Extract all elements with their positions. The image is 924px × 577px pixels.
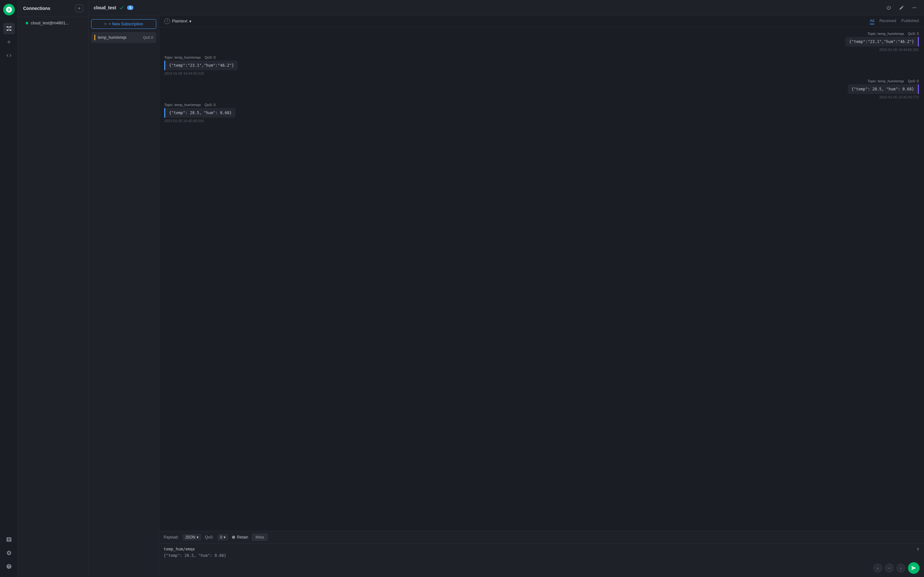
connection-item-cloud-test[interactable]: cloud_test@m4801... bbox=[21, 18, 86, 29]
publish-topic-row: temp_hum/emqx ∨ bbox=[164, 546, 919, 551]
content-area: + + New Subscription temp_hum/emqx QoS 0… bbox=[89, 15, 924, 577]
topbar-connection-name: cloud_test bbox=[94, 5, 116, 10]
message-count-badge: 4 bbox=[127, 5, 134, 10]
sidebar-header: Connections bbox=[18, 0, 88, 17]
message-bubble-3: {"temp": 28.5, "hum": 0.68} bbox=[848, 84, 919, 94]
clear-message-button[interactable]: − bbox=[885, 564, 894, 572]
publish-bar: Payload: JSON ▾ QoS: 0 ▾ Retain bbox=[159, 531, 924, 577]
msg-payload-3: {"temp": 28.5, "hum": 0.68} bbox=[851, 87, 914, 91]
message-item-published-1: Topic: temp_hum/emqx QoS: 0 {"temp":"23.… bbox=[845, 32, 919, 52]
filter-tabs: All Received Published bbox=[870, 18, 919, 24]
message-item-received-2: Topic: temp_hum/emqx QoS: 0 {"temp": 28.… bbox=[164, 103, 236, 123]
payload-format-chevron-icon: ▾ bbox=[197, 535, 199, 540]
tab-received[interactable]: Received bbox=[879, 18, 896, 24]
payload-format-selector[interactable]: JSON ▾ bbox=[183, 534, 201, 540]
next-message-button[interactable]: › bbox=[897, 564, 905, 572]
msg-qos-3: QoS: 0 bbox=[908, 79, 919, 83]
svg-rect-1 bbox=[10, 26, 11, 27]
sidebar-item-script[interactable] bbox=[3, 50, 15, 61]
subscription-topic: temp_hum/emqx bbox=[98, 35, 126, 40]
message-timestamp-2: 2023-01-05 16:44:55:529 bbox=[164, 71, 238, 75]
connection-label: cloud_test@m4801... bbox=[31, 21, 69, 25]
message-meta-2: Topic: temp_hum/emqx QoS: 0 bbox=[164, 55, 238, 59]
sidebar: Connections cloud_test@m4801... bbox=[18, 0, 89, 577]
qos-label: QoS: bbox=[205, 535, 214, 540]
retain-toggle[interactable]: Retain bbox=[232, 535, 248, 540]
meta-button[interactable]: Meta bbox=[252, 534, 268, 541]
topbar: cloud_test 4 bbox=[89, 0, 924, 15]
subscription-item-left: temp_hum/emqx bbox=[94, 35, 126, 40]
new-subscription-label: + New Subscription bbox=[108, 22, 143, 26]
more-options-button[interactable] bbox=[910, 3, 919, 12]
send-message-button[interactable] bbox=[908, 562, 919, 574]
subscriptions-panel: + + New Subscription temp_hum/emqx QoS 0 bbox=[89, 15, 159, 577]
messages-list: Topic: temp_hum/emqx QoS: 0 {"temp":"23.… bbox=[159, 27, 924, 531]
msg-payload-1: {"temp":"23.1","hum":"46.2"} bbox=[849, 39, 914, 44]
sidebar-title: Connections bbox=[23, 6, 50, 11]
payload-label: Payload: bbox=[164, 535, 179, 540]
publish-input-area: temp_hum/emqx ∨ {"temp": 28.5, "hum": 0.… bbox=[159, 544, 924, 560]
sidebar-item-logs[interactable] bbox=[3, 534, 15, 545]
new-subscription-icon: + bbox=[104, 22, 107, 26]
message-timestamp-3: 2023-01-05 16:45:05:773 bbox=[848, 95, 919, 99]
msg-payload-2: {"temp":"23.1","hum":"46.2"} bbox=[169, 63, 234, 68]
format-help-icon[interactable]: ? bbox=[164, 18, 170, 24]
svg-rect-3 bbox=[10, 29, 11, 31]
message-item-received-1: Topic: temp_hum/emqx QoS: 0 {"temp":"23.… bbox=[164, 55, 238, 75]
retain-dot-icon bbox=[232, 536, 235, 539]
topbar-left: cloud_test 4 bbox=[94, 5, 134, 11]
expand-icon[interactable]: ∨ bbox=[916, 546, 919, 551]
subscription-color-indicator bbox=[94, 35, 95, 40]
subscription-item-temp-hum[interactable]: temp_hum/emqx QoS 0 bbox=[91, 32, 156, 43]
new-subscription-button[interactable]: + + New Subscription bbox=[91, 19, 156, 29]
msg-topic-1: Topic: temp_hum/emqx bbox=[867, 32, 904, 35]
message-timestamp-4: 2023-01-05 16:45:06:019 bbox=[164, 119, 236, 123]
msg-qos-2: QoS: 0 bbox=[205, 55, 216, 59]
message-meta-3: Topic: temp_hum/emqx QoS: 0 bbox=[848, 79, 919, 83]
message-meta-1: Topic: temp_hum/emqx QoS: 0 bbox=[845, 32, 919, 35]
edit-button[interactable] bbox=[897, 3, 906, 12]
messages-panel: ? Plaintext ▾ All Received Published Top… bbox=[159, 15, 924, 577]
message-bubble-1: {"temp":"23.1","hum":"46.2"} bbox=[845, 37, 919, 47]
msg-qos-1: QoS: 0 bbox=[908, 32, 919, 35]
add-connection-button[interactable] bbox=[75, 5, 83, 12]
subscription-qos: QoS 0 bbox=[143, 35, 153, 39]
prev-message-button[interactable]: ‹ bbox=[873, 564, 882, 572]
msg-qos-4: QoS: 0 bbox=[205, 103, 216, 107]
publish-payload[interactable]: {"temp": 28.5, "hum": 0.68} bbox=[164, 553, 919, 558]
message-bubble-2: {"temp":"23.1","hum":"46.2"} bbox=[164, 61, 238, 70]
msg-topic-4: Topic: temp_hum/emqx bbox=[164, 103, 201, 107]
publish-footer: ‹ − › bbox=[159, 560, 924, 577]
qos-chevron-icon: ▾ bbox=[224, 535, 226, 540]
topbar-right bbox=[884, 3, 919, 12]
tab-all[interactable]: All bbox=[870, 18, 874, 24]
svg-rect-2 bbox=[6, 29, 8, 31]
message-timestamp-1: 2023-01-05 16:44:55:281 bbox=[845, 48, 919, 52]
message-filter-bar: ? Plaintext ▾ All Received Published bbox=[159, 15, 924, 27]
message-item-published-2: Topic: temp_hum/emqx QoS: 0 {"temp": 28.… bbox=[848, 79, 919, 99]
main-area: cloud_test 4 bbox=[89, 0, 924, 577]
message-bubble-4: {"temp": 28.5, "hum": 0.68} bbox=[164, 108, 236, 118]
publish-options: Payload: JSON ▾ QoS: 0 ▾ Retain bbox=[159, 531, 924, 544]
sidebar-item-help[interactable] bbox=[3, 561, 15, 572]
app-logo[interactable] bbox=[3, 4, 15, 15]
format-chevron-icon: ▾ bbox=[189, 19, 192, 24]
sidebar-item-add[interactable] bbox=[3, 36, 15, 48]
publish-topic[interactable]: temp_hum/emqx bbox=[164, 546, 195, 551]
connection-status-dot bbox=[26, 22, 28, 24]
format-label: Plaintext bbox=[172, 19, 187, 23]
sidebar-item-connections[interactable] bbox=[3, 23, 15, 34]
power-button[interactable] bbox=[884, 3, 893, 12]
qos-selector[interactable]: 0 ▾ bbox=[218, 534, 228, 540]
icon-bar bbox=[0, 0, 18, 577]
svg-rect-0 bbox=[6, 26, 8, 27]
sidebar-item-settings[interactable] bbox=[3, 547, 15, 559]
msg-topic-3: Topic: temp_hum/emqx bbox=[867, 79, 904, 83]
retain-label: Retain bbox=[237, 535, 248, 540]
format-selector[interactable]: ? Plaintext ▾ bbox=[164, 18, 192, 24]
tab-published[interactable]: Published bbox=[901, 18, 919, 24]
payload-format-value: JSON bbox=[185, 535, 195, 540]
msg-payload-4: {"temp": 28.5, "hum": 0.68} bbox=[169, 111, 232, 115]
msg-topic-2: Topic: temp_hum/emqx bbox=[164, 55, 201, 59]
message-meta-4: Topic: temp_hum/emqx QoS: 0 bbox=[164, 103, 236, 107]
